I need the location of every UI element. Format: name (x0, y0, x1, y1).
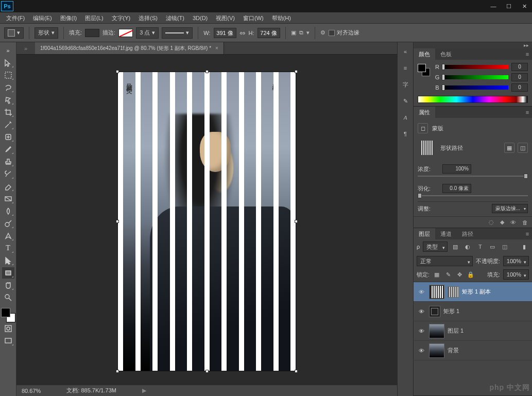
gradient-tool[interactable] (2, 193, 14, 204)
dock-histogram-icon[interactable]: ≡ (399, 62, 411, 74)
tab-channels[interactable]: 通道 (435, 228, 457, 239)
density-slider[interactable] (418, 176, 528, 177)
marquee-tool[interactable] (2, 70, 14, 81)
fill-swatch[interactable] (85, 29, 99, 37)
pen-tool[interactable] (2, 230, 14, 242)
hand-tool[interactable] (2, 280, 14, 291)
load-selection-icon[interactable]: ◌ (489, 219, 494, 226)
tabbar-expand-icon[interactable]: » (16, 42, 35, 54)
document-canvas[interactable]: 导演郑伟文 反尘 (118, 72, 296, 371)
density-input[interactable]: 100% (442, 164, 471, 174)
transform-handle[interactable] (295, 370, 298, 373)
menu-file[interactable]: 文件(F) (2, 12, 29, 24)
history-brush-tool[interactable] (2, 168, 14, 180)
status-zoom[interactable]: 80.67% (22, 388, 41, 394)
width-input[interactable]: 391 像 (214, 28, 236, 38)
transform-handle[interactable] (116, 70, 119, 73)
rectangle-tool[interactable] (2, 267, 14, 279)
path-ops-icon[interactable]: ▾ (306, 29, 310, 36)
canvas-area[interactable]: 导演郑伟文 反尘 (16, 55, 397, 385)
transform-handle[interactable] (205, 70, 209, 73)
transform-handle[interactable] (295, 70, 298, 73)
panel-menu-icon[interactable]: ≡ (523, 48, 532, 60)
tab-layers[interactable]: 图层 (414, 228, 435, 239)
panel-menu-icon[interactable]: ≡ (523, 228, 532, 239)
filter-shape-icon[interactable]: ▭ (488, 242, 497, 251)
slider-g[interactable] (443, 75, 508, 79)
move-tool[interactable] (2, 57, 14, 68)
stroke-style-dropdown[interactable]: ▾ (162, 27, 193, 39)
pixel-mask-icon[interactable]: ▦ (504, 143, 514, 153)
menu-edit[interactable]: 编辑(E) (29, 12, 56, 24)
document-tab-close-icon[interactable]: × (215, 45, 218, 51)
transform-handle[interactable] (116, 370, 119, 373)
menu-help[interactable]: 帮助(H) (268, 12, 295, 24)
dock-brush-icon[interactable]: ✎ (399, 95, 411, 107)
status-caret-icon[interactable]: ▶ (142, 387, 146, 394)
foreground-background-swatch[interactable] (1, 308, 15, 322)
layer-thumb[interactable] (429, 343, 444, 358)
transform-handle[interactable] (116, 220, 119, 223)
layer-filter-kind-dropdown[interactable]: 类型 (423, 242, 448, 252)
disable-mask-icon[interactable]: 👁 (510, 219, 516, 226)
eraser-tool[interactable] (2, 181, 14, 192)
stroke-width-input[interactable]: 3 点▾ (136, 27, 159, 39)
input-r[interactable]: 0 (511, 63, 528, 71)
layer-thumb[interactable] (429, 324, 444, 338)
layer-item[interactable]: 👁 背景 (414, 341, 532, 360)
dock-paragraph-icon[interactable]: A (399, 111, 411, 124)
stamp-tool[interactable] (2, 156, 14, 167)
crop-tool[interactable] (2, 107, 14, 118)
blend-mode-dropdown[interactable]: 正常 (417, 256, 473, 266)
zoom-tool[interactable] (2, 292, 14, 303)
menu-layer[interactable]: 图层(L) (81, 12, 107, 24)
link-wh-icon[interactable]: ⇔ (239, 29, 246, 37)
menu-3d[interactable]: 3D(D) (188, 12, 212, 24)
path-arrange-icon[interactable]: ⧉ (299, 29, 303, 36)
tab-color[interactable]: 颜色 (414, 48, 435, 60)
menu-select[interactable]: 选择(S) (134, 12, 162, 24)
feather-input[interactable]: 0.0 像素 (442, 184, 471, 193)
path-align-icon[interactable]: ▣ (291, 29, 296, 36)
dock-character-icon[interactable]: 字 (399, 78, 411, 91)
slider-r[interactable] (443, 65, 508, 69)
blur-tool[interactable] (2, 205, 14, 217)
color-spectrum[interactable] (418, 96, 528, 103)
layer-thumb[interactable] (429, 306, 440, 317)
menu-type[interactable]: 文字(Y) (108, 12, 135, 24)
transform-handle[interactable] (295, 220, 298, 223)
path-select-tool[interactable] (2, 255, 14, 266)
tab-properties[interactable]: 属性 (414, 107, 435, 118)
quick-select-tool[interactable] (2, 94, 14, 106)
menu-image[interactable]: 图像(I) (56, 12, 81, 24)
visibility-icon[interactable]: 👁 (417, 348, 426, 354)
lock-pixel-icon[interactable]: ✎ (444, 271, 452, 278)
layer-item[interactable]: 👁 矩形 1 副本 (414, 282, 532, 302)
tab-paths[interactable]: 路径 (457, 228, 478, 239)
input-b[interactable]: 0 (511, 83, 528, 92)
menu-window[interactable]: 窗口(W) (239, 12, 268, 24)
fill-input[interactable]: 100% (503, 269, 529, 280)
type-tool[interactable]: T (2, 243, 14, 254)
window-close-button[interactable]: ✕ (517, 0, 532, 12)
filter-toggle-icon[interactable]: ▮ (520, 242, 529, 251)
gear-icon[interactable]: ⚙ (320, 29, 325, 36)
tab-swatches[interactable]: 色板 (435, 48, 457, 60)
shape-tool-preset[interactable]: ▾ (4, 27, 24, 39)
align-edges-checkbox[interactable]: 对齐边缘 (329, 29, 359, 37)
lasso-tool[interactable] (2, 82, 14, 93)
panels-collapse-icon[interactable]: ▸▸ (414, 42, 532, 48)
color-fgbg-swatch[interactable] (418, 64, 430, 76)
quickmask-tool[interactable] (2, 323, 14, 334)
document-tab[interactable]: 1f004a1569d68cfaa850e16e42ea71f.jpg @ 80… (35, 42, 224, 54)
lock-trans-icon[interactable]: ▦ (433, 271, 441, 278)
dock-styles-icon[interactable]: ¶ (399, 128, 411, 140)
menu-filter[interactable]: 滤镜(T) (162, 12, 188, 24)
window-minimize-button[interactable]: — (486, 0, 501, 12)
lock-pos-icon[interactable]: ✥ (455, 271, 464, 278)
layer-item[interactable]: 👁 矩形 1 (414, 302, 532, 321)
dodge-tool[interactable] (2, 218, 14, 229)
dock-expand-icon[interactable]: « (399, 45, 411, 58)
tool-mode-dropdown[interactable]: 形状▾ (35, 27, 58, 39)
toolbar-expand-icon[interactable]: » (2, 45, 14, 56)
